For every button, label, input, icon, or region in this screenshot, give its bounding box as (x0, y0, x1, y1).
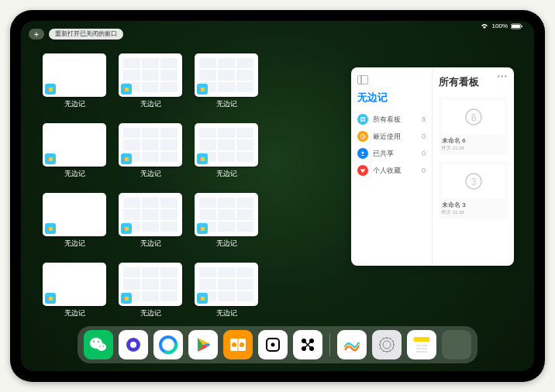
window-thumbnail (195, 53, 258, 97)
window-thumbnail (119, 193, 182, 236)
svg-point-33 (383, 341, 391, 349)
svg-point-15 (93, 341, 95, 342)
board-subtitle: 昨天 11:28 (442, 209, 505, 216)
freeform-app-icon (121, 153, 132, 164)
window-thumbnail (43, 123, 106, 167)
nav-item-grid[interactable]: 所有看板8 (357, 111, 426, 128)
ipad-frame: 100% + 重新打开已关闭的窗口 无边记无边记无边记无边记无边记无边记无边记无… (10, 10, 545, 382)
freeform-app-icon (121, 84, 132, 95)
svg-point-8 (362, 152, 364, 154)
svg-rect-46 (414, 337, 429, 342)
board-thumbnail: 6 (442, 100, 505, 134)
window-label: 无边记 (216, 239, 237, 249)
dock-app-books[interactable] (223, 330, 253, 359)
window-thumbnail (119, 123, 182, 167)
window-item[interactable]: 无边记 (195, 263, 258, 318)
nav-item-label: 所有看板 (373, 115, 401, 125)
svg-point-27 (271, 343, 275, 347)
window-item[interactable]: 无边记 (195, 53, 258, 109)
window-item[interactable]: 无边记 (119, 123, 182, 179)
window-item[interactable]: 无边记 (43, 193, 106, 249)
window-item[interactable]: 无边记 (119, 193, 182, 249)
svg-point-24 (232, 342, 236, 347)
window-label: 无边记 (64, 308, 85, 318)
dock-app-connect[interactable] (293, 330, 322, 359)
freeform-app-icon (121, 293, 132, 304)
window-label: 无边记 (64, 239, 85, 249)
nav-item-heart[interactable]: 个人收藏0 (357, 162, 426, 179)
window-label: 无边记 (140, 169, 161, 179)
freeform-app-icon (45, 84, 56, 95)
window-label: 无边记 (140, 99, 161, 109)
freeform-app-icon (121, 223, 132, 234)
window-label: 无边记 (216, 99, 237, 109)
nav-item-label: 个人收藏 (373, 166, 401, 176)
dock-separator (329, 333, 330, 356)
more-icon[interactable]: ••• (497, 72, 508, 81)
board-card[interactable]: 3未命名 3昨天 11:28 (439, 161, 508, 219)
share-icon (357, 148, 368, 159)
dock-app-dice[interactable] (258, 330, 288, 359)
dock-app-play[interactable] (188, 330, 218, 359)
window-item[interactable]: 无边记 (119, 263, 182, 318)
window-thumbnail (195, 193, 258, 236)
window-thumbnail (43, 263, 106, 306)
window-label: 无边记 (140, 308, 161, 318)
nav-item-count: 0 (422, 150, 426, 157)
board-thumbnail: 3 (442, 164, 505, 198)
window-item[interactable]: 无边记 (43, 263, 106, 318)
window-label: 无边记 (64, 99, 85, 109)
dock-app-qqbrowser[interactable] (153, 330, 183, 359)
reopen-closed-button[interactable]: 重新打开已关闭的窗口 (49, 29, 123, 40)
freeform-app-icon (45, 223, 56, 234)
nav-item-count: 0 (422, 132, 426, 140)
dock (78, 326, 477, 363)
heart-icon (357, 165, 368, 176)
freeform-app-icon (197, 223, 208, 234)
window-item[interactable]: 无边记 (119, 53, 182, 109)
freeform-app-icon (197, 84, 208, 95)
svg-point-17 (99, 346, 101, 347)
board-card[interactable]: 6未命名 6昨天 11:28 (439, 97, 508, 155)
svg-rect-6 (364, 120, 366, 122)
svg-point-32 (380, 338, 394, 352)
svg-rect-1 (512, 25, 520, 28)
wifi-icon (480, 23, 489, 29)
window-thumbnail (195, 263, 258, 306)
svg-point-18 (102, 346, 104, 347)
nav-item-share[interactable]: 已共享0 (357, 145, 426, 162)
svg-point-25 (240, 342, 244, 347)
window-label: 无边记 (64, 169, 85, 179)
svg-point-16 (98, 341, 99, 342)
freeform-app-icon (197, 153, 208, 164)
board-title: 未命名 3 (442, 201, 505, 209)
new-window-button[interactable]: + (29, 29, 44, 40)
dock-app-freeform[interactable] (337, 330, 367, 359)
svg-point-20 (130, 342, 136, 348)
window-thumbnail (119, 53, 182, 97)
window-grid: 无边记无边记无边记无边记无边记无边记无边记无边记无边记无边记无边记无边记 (43, 53, 258, 318)
dock-app-wechat[interactable] (84, 330, 113, 359)
dock-app-notes[interactable] (407, 330, 436, 359)
battery-icon (511, 23, 523, 29)
window-item[interactable]: 无边记 (195, 123, 258, 179)
sidebar-toggle-icon[interactable] (357, 75, 368, 84)
dock-app-settings[interactable] (372, 330, 402, 359)
window-item[interactable]: 无边记 (43, 123, 106, 179)
window-label: 无边记 (216, 308, 237, 318)
dock-app-quark[interactable] (119, 330, 148, 359)
battery-label: 100% (492, 22, 508, 29)
status-bar: 100% (480, 22, 523, 29)
window-item[interactable]: 无边记 (43, 53, 106, 109)
side-panel-nav: 无边记 所有看板8最近使用0已共享0个人收藏0 (351, 67, 433, 266)
side-panel-boards: ••• 所有看板 6未命名 6昨天 11:283未命名 3昨天 11:28 (433, 67, 514, 266)
svg-rect-2 (522, 26, 523, 27)
window-item[interactable]: 无边记 (195, 193, 258, 249)
nav-item-clock[interactable]: 最近使用0 (357, 128, 426, 145)
dock-folder[interactable] (442, 330, 471, 359)
nav-item-count: 8 (422, 115, 426, 123)
window-thumbnail (119, 263, 182, 306)
svg-rect-4 (364, 117, 366, 119)
side-panel-title: 无边记 (357, 91, 426, 105)
window-thumbnail (195, 123, 258, 167)
